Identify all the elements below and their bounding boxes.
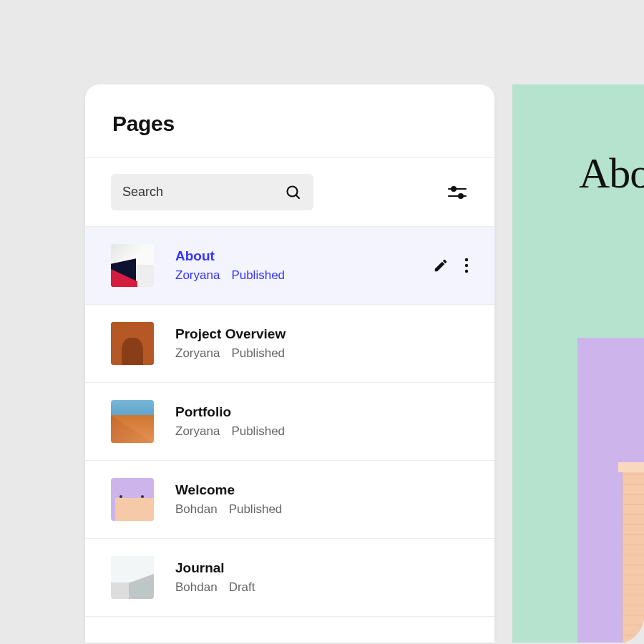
list-item[interactable]: Journal Bohdan Draft <box>85 539 494 617</box>
preview-title: About <box>579 149 644 198</box>
page-meta: Bohdan Draft <box>175 580 469 595</box>
page-title: Journal <box>175 560 469 576</box>
svg-point-3 <box>452 187 456 191</box>
filter-button[interactable] <box>446 181 469 204</box>
page-title: Portfolio <box>175 404 469 420</box>
panel-header: Pages <box>85 84 494 158</box>
svg-line-1 <box>296 195 300 198</box>
list-item[interactable]: Welcome Bohdan Published <box>85 461 494 539</box>
page-author: Zoryana <box>175 268 220 283</box>
page-meta: Bohdan Published <box>175 502 469 517</box>
page-author: Bohdan <box>175 580 218 595</box>
page-thumbnail <box>111 400 154 443</box>
svg-point-6 <box>465 258 468 261</box>
svg-point-5 <box>459 194 463 198</box>
search-input[interactable]: Search <box>111 174 313 210</box>
page-list: About Zoryana Published Project Overview <box>85 227 494 617</box>
page-info: Project Overview Zoryana Published <box>175 326 469 361</box>
page-info: About Zoryana Published <box>175 248 411 283</box>
page-status: Published <box>231 268 285 283</box>
page-status: Published <box>229 502 283 517</box>
page-thumbnail <box>111 244 154 287</box>
preview-image <box>577 338 644 643</box>
page-author: Zoryana <box>175 424 220 439</box>
page-thumbnail <box>111 478 154 521</box>
more-button[interactable] <box>464 258 469 273</box>
page-info: Journal Bohdan Draft <box>175 560 469 595</box>
page-info: Welcome Bohdan Published <box>175 482 469 517</box>
page-title: About <box>175 248 411 264</box>
page-info: Portfolio Zoryana Published <box>175 404 469 439</box>
page-meta: Zoryana Published <box>175 424 469 439</box>
svg-point-7 <box>465 264 468 267</box>
search-placeholder: Search <box>122 185 163 200</box>
page-thumbnail <box>111 322 154 365</box>
preview-panel: About <box>512 84 644 643</box>
list-item[interactable]: About Zoryana Published <box>85 227 494 305</box>
page-title: Welcome <box>175 482 469 498</box>
page-title: Project Overview <box>175 326 469 342</box>
pages-panel: Pages Search About Zoryana P <box>85 84 494 643</box>
page-author: Bohdan <box>175 502 218 517</box>
page-status: Draft <box>229 580 255 595</box>
page-meta: Zoryana Published <box>175 346 469 361</box>
page-status: Published <box>231 346 285 361</box>
panel-title: Pages <box>112 112 467 136</box>
list-item[interactable]: Portfolio Zoryana Published <box>85 383 494 461</box>
search-icon <box>285 184 302 201</box>
page-status: Published <box>231 424 285 439</box>
page-meta: Zoryana Published <box>175 268 411 283</box>
svg-point-8 <box>465 270 468 273</box>
page-thumbnail <box>111 556 154 599</box>
item-actions <box>433 258 469 273</box>
page-author: Zoryana <box>175 346 220 361</box>
list-item[interactable]: Project Overview Zoryana Published <box>85 305 494 383</box>
edit-button[interactable] <box>433 258 449 273</box>
search-row: Search <box>85 158 494 227</box>
